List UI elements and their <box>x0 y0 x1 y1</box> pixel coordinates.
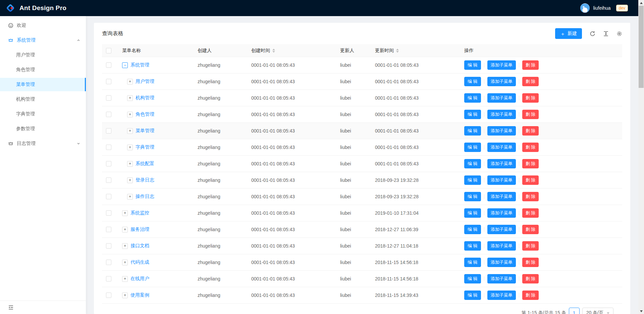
menu-name-link[interactable]: 字典管理 <box>136 144 154 150</box>
delete-button[interactable]: 删 除 <box>522 291 539 300</box>
add-child-button[interactable]: 添加子菜单 <box>487 159 516 168</box>
menu-name-link[interactable]: 登录日志 <box>136 177 154 183</box>
sidebar-item-org-mgmt[interactable]: 机构管理 <box>0 93 86 106</box>
add-child-button[interactable]: 添加子菜单 <box>487 93 516 103</box>
expand-toggle[interactable]: + <box>127 161 133 167</box>
sidebar-item-menu-mgmt[interactable]: 菜单管理 <box>0 78 86 91</box>
edit-button[interactable]: 编 辑 <box>464 110 481 119</box>
edit-button[interactable]: 编 辑 <box>464 291 481 300</box>
row-checkbox[interactable] <box>106 194 111 199</box>
row-checkbox[interactable] <box>106 112 111 117</box>
expand-toggle[interactable]: + <box>127 177 133 183</box>
row-checkbox[interactable] <box>106 161 111 166</box>
row-checkbox[interactable] <box>106 260 111 265</box>
select-all-checkbox[interactable] <box>106 48 111 53</box>
menu-name-link[interactable]: 用户管理 <box>136 78 154 85</box>
menu-name-link[interactable]: 使用案例 <box>130 292 149 298</box>
add-child-button[interactable]: 添加子菜单 <box>487 241 516 251</box>
add-child-button[interactable]: 添加子菜单 <box>487 208 516 218</box>
edit-button[interactable]: 编 辑 <box>464 241 481 251</box>
logo[interactable]: Ant Design Pro <box>5 3 66 13</box>
row-checkbox[interactable] <box>106 62 111 68</box>
expand-toggle[interactable]: + <box>122 227 128 232</box>
edit-button[interactable]: 编 辑 <box>464 192 481 201</box>
add-child-button[interactable]: 添加子菜单 <box>487 143 516 152</box>
edit-button[interactable]: 编 辑 <box>464 258 481 267</box>
expand-toggle[interactable]: + <box>127 79 133 85</box>
density-icon[interactable] <box>603 31 609 37</box>
user-avatar[interactable] <box>580 3 590 13</box>
settings-gear-icon[interactable] <box>616 31 622 37</box>
menu-name-link[interactable]: 菜单管理 <box>136 128 154 134</box>
expand-toggle[interactable]: + <box>127 95 133 101</box>
row-checkbox[interactable] <box>106 227 111 232</box>
delete-button[interactable]: 删 除 <box>522 77 539 86</box>
menu-name-link[interactable]: 接口文档 <box>130 243 149 249</box>
row-checkbox[interactable] <box>106 243 111 249</box>
user-name[interactable]: liufeihua <box>593 5 610 11</box>
delete-button[interactable]: 删 除 <box>522 241 539 251</box>
add-child-button[interactable]: 添加子菜单 <box>487 274 516 283</box>
scroll-down-arrow[interactable] <box>638 308 644 314</box>
scroll-up-arrow[interactable] <box>638 0 644 6</box>
delete-button[interactable]: 删 除 <box>522 126 539 136</box>
menu-name-link[interactable]: 角色管理 <box>136 111 154 117</box>
sidebar-item-role-mgmt[interactable]: 角色管理 <box>0 63 86 76</box>
row-checkbox[interactable] <box>106 128 111 134</box>
menu-name-link[interactable]: 系统监控 <box>130 210 149 216</box>
menu-name-link[interactable]: 机构管理 <box>136 95 154 101</box>
expand-toggle[interactable]: + <box>122 243 128 249</box>
row-checkbox[interactable] <box>106 95 111 101</box>
add-child-button[interactable]: 添加子菜单 <box>487 225 516 234</box>
edit-button[interactable]: 编 辑 <box>464 274 481 283</box>
delete-button[interactable]: 删 除 <box>522 175 539 185</box>
edit-button[interactable]: 编 辑 <box>464 175 481 185</box>
menu-name-link[interactable]: 代码生成 <box>130 259 149 265</box>
row-checkbox[interactable] <box>106 293 111 298</box>
vertical-scrollbar[interactable] <box>638 0 644 314</box>
column-header-created[interactable]: 创建时间 <box>246 48 335 54</box>
expand-toggle[interactable]: + <box>127 112 133 117</box>
row-checkbox[interactable] <box>106 177 111 183</box>
sort-carets-icon[interactable] <box>396 49 399 53</box>
expand-toggle[interactable]: − <box>122 62 128 68</box>
delete-button[interactable]: 删 除 <box>522 159 539 168</box>
sidebar-item-welcome[interactable]: 欢迎 <box>0 19 86 32</box>
delete-button[interactable]: 删 除 <box>522 225 539 234</box>
row-checkbox[interactable] <box>106 145 111 150</box>
add-child-button[interactable]: 添加子菜单 <box>487 258 516 267</box>
column-header-updated[interactable]: 更新时间 <box>370 48 459 54</box>
row-checkbox[interactable] <box>106 210 111 216</box>
menu-name-link[interactable]: 在线用户 <box>130 276 149 282</box>
expand-toggle[interactable]: + <box>122 293 128 298</box>
sidebar-item-user-mgmt[interactable]: 用户管理 <box>0 48 86 62</box>
reload-icon[interactable] <box>590 31 595 37</box>
edit-button[interactable]: 编 辑 <box>464 208 481 218</box>
add-child-button[interactable]: 添加子菜单 <box>487 291 516 300</box>
expand-toggle[interactable]: + <box>122 210 128 216</box>
add-child-button[interactable]: 添加子菜单 <box>487 192 516 201</box>
menu-name-link[interactable]: 服务治理 <box>130 226 149 232</box>
edit-button[interactable]: 编 辑 <box>464 143 481 152</box>
add-child-button[interactable]: 添加子菜单 <box>487 126 516 136</box>
delete-button[interactable]: 删 除 <box>522 208 539 218</box>
add-child-button[interactable]: 添加子菜单 <box>487 60 516 70</box>
menu-name-link[interactable]: 系统配置 <box>136 161 154 167</box>
delete-button[interactable]: 删 除 <box>522 192 539 201</box>
new-button[interactable]: ＋ 新建 <box>555 28 582 39</box>
header-user-area[interactable]: liufeihua dev <box>580 3 628 13</box>
delete-button[interactable]: 删 除 <box>522 143 539 152</box>
add-child-button[interactable]: 添加子菜单 <box>487 77 516 86</box>
sort-carets-icon[interactable] <box>272 49 275 53</box>
edit-button[interactable]: 编 辑 <box>464 77 481 86</box>
edit-button[interactable]: 编 辑 <box>464 225 481 234</box>
scrollbar-thumb[interactable] <box>639 6 644 88</box>
add-child-button[interactable]: 添加子菜单 <box>487 110 516 119</box>
delete-button[interactable]: 删 除 <box>522 93 539 103</box>
delete-button[interactable]: 删 除 <box>522 110 539 119</box>
expand-toggle[interactable]: + <box>127 145 133 150</box>
sidebar-item-dict-mgmt[interactable]: 字典管理 <box>0 107 86 121</box>
expand-toggle[interactable]: + <box>127 128 133 134</box>
delete-button[interactable]: 删 除 <box>522 274 539 283</box>
sidebar-group-log[interactable]: 日志管理 <box>0 137 86 150</box>
